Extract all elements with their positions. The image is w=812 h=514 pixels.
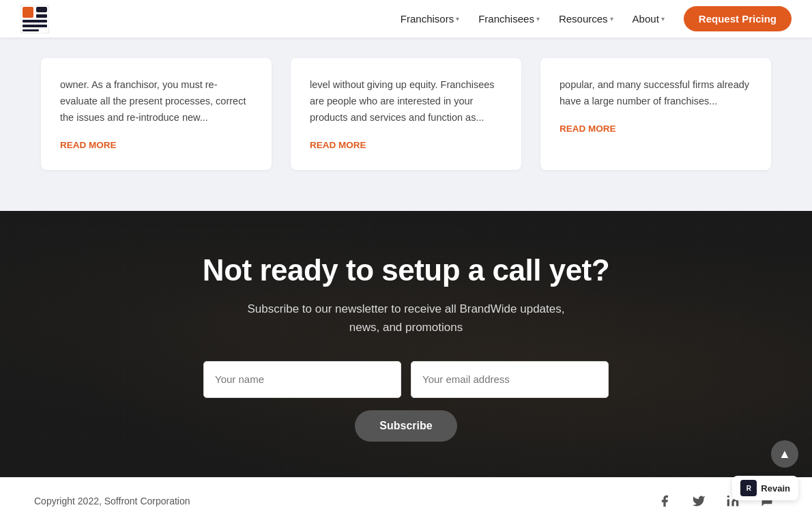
nav-about[interactable]: About ▾ <box>626 9 671 29</box>
main-content: owner. As a franchisor, you must re-eval… <box>0 0 812 514</box>
svg-rect-6 <box>23 29 39 31</box>
svg-rect-5 <box>23 25 47 27</box>
email-input[interactable] <box>411 361 609 398</box>
blog-cards-section: owner. As a franchisor, you must re-eval… <box>0 38 812 211</box>
revain-badge[interactable]: R Revain <box>732 476 798 500</box>
chevron-up-icon: ▲ <box>779 447 791 461</box>
main-nav: Franchisors ▾ Franchisees ▾ Resources ▾ … <box>394 6 792 31</box>
logo[interactable] <box>20 5 49 33</box>
cta-content: Not ready to setup a call yet? Subscribe… <box>14 253 798 442</box>
nav-resources[interactable]: Resources ▾ <box>552 9 620 29</box>
card-3-read-more[interactable]: READ MORE <box>560 124 616 134</box>
nav-about-label: About <box>633 13 659 25</box>
revain-label: Revain <box>761 483 790 494</box>
request-pricing-button[interactable]: Request Pricing <box>684 6 792 31</box>
brandwide-logo-icon <box>20 5 49 33</box>
svg-rect-3 <box>36 14 47 18</box>
site-header: Franchisors ▾ Franchisees ▾ Resources ▾ … <box>0 0 812 38</box>
card-1-text: owner. As a franchisor, you must re-eval… <box>60 77 252 126</box>
about-chevron-icon: ▾ <box>661 15 665 23</box>
resources-chevron-icon: ▾ <box>610 15 613 23</box>
nav-franchisors[interactable]: Franchisors ▾ <box>394 9 466 29</box>
card-2-read-more[interactable]: READ MORE <box>310 140 366 150</box>
facebook-icon[interactable] <box>654 490 676 512</box>
blog-card-1: owner. As a franchisor, you must re-eval… <box>41 58 272 170</box>
nav-resources-label: Resources <box>559 13 608 25</box>
franchisees-chevron-icon: ▾ <box>536 15 540 23</box>
revain-logo-icon: R <box>740 480 757 496</box>
subscribe-button[interactable]: Subscribe <box>355 410 456 442</box>
card-3-text: popular, and many successful firms alrea… <box>560 77 752 110</box>
nav-franchisees[interactable]: Franchisees ▾ <box>472 9 547 29</box>
nav-franchisors-label: Franchisors <box>401 13 454 25</box>
nav-franchisees-label: Franchisees <box>478 13 534 25</box>
svg-rect-2 <box>36 7 47 12</box>
svg-rect-4 <box>23 20 47 23</box>
franchisors-chevron-icon: ▾ <box>456 15 459 23</box>
cta-subtitle: Subscribe to our newsletter to receive a… <box>14 300 798 337</box>
newsletter-form <box>14 361 798 398</box>
cta-title: Not ready to setup a call yet? <box>14 253 798 287</box>
card-2-text: level without giving up equity. Franchis… <box>310 77 502 126</box>
card-1-read-more[interactable]: READ MORE <box>60 140 117 150</box>
scroll-to-top-button[interactable]: ▲ <box>771 440 798 468</box>
site-footer: Copyright 2022, Soffront Corporation <box>0 477 812 514</box>
svg-rect-1 <box>23 7 33 18</box>
svg-point-7 <box>727 495 729 497</box>
copyright-text: Copyright 2022, Soffront Corporation <box>34 496 190 506</box>
twitter-icon[interactable] <box>688 490 710 512</box>
newsletter-cta-section: Not ready to setup a call yet? Subscribe… <box>0 211 812 477</box>
blog-card-3: popular, and many successful firms alrea… <box>540 58 771 170</box>
name-input[interactable] <box>203 361 401 398</box>
blog-card-2: level without giving up equity. Franchis… <box>291 58 521 170</box>
